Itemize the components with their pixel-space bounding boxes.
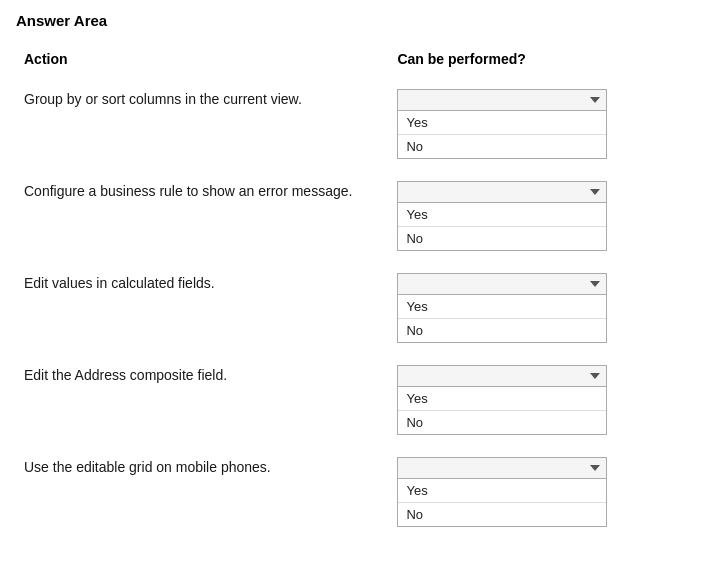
dropdown-trigger-3[interactable] — [397, 273, 607, 295]
dropdown-arrow-icon-4 — [590, 373, 600, 379]
dropdown-options-1: YesNo — [397, 111, 607, 159]
dropdown-trigger-2[interactable] — [397, 181, 607, 203]
dropdown-arrow-icon-2 — [590, 189, 600, 195]
action-cell-4: Edit the Address composite field. — [16, 353, 389, 445]
table-row: Group by or sort columns in the current … — [16, 77, 695, 169]
answer-cell-2: YesNo — [389, 169, 695, 261]
dropdown-options-3: YesNo — [397, 295, 607, 343]
dropdown-option-4-2[interactable]: No — [398, 411, 606, 434]
dropdown-option-2-2[interactable]: No — [398, 227, 606, 250]
dropdown-trigger-5[interactable] — [397, 457, 607, 479]
table-row: Use the editable grid on mobile phones.Y… — [16, 445, 695, 537]
table-row: Edit the Address composite field.YesNo — [16, 353, 695, 445]
dropdown-arrow-icon-3 — [590, 281, 600, 287]
dropdown-option-3-2[interactable]: No — [398, 319, 606, 342]
dropdown-option-1-1[interactable]: Yes — [398, 111, 606, 135]
dropdown-arrow-icon-5 — [590, 465, 600, 471]
dropdown-container-4: YesNo — [397, 365, 607, 435]
dropdown-option-5-2[interactable]: No — [398, 503, 606, 526]
dropdown-options-5: YesNo — [397, 479, 607, 527]
column-header-answer: Can be performed? — [389, 45, 695, 77]
dropdown-container-5: YesNo — [397, 457, 607, 527]
column-header-action: Action — [16, 45, 389, 77]
dropdown-arrow-icon-1 — [590, 97, 600, 103]
table-row: Edit values in calculated fields.YesNo — [16, 261, 695, 353]
answer-cell-1: YesNo — [389, 77, 695, 169]
dropdown-option-5-1[interactable]: Yes — [398, 479, 606, 503]
dropdown-option-3-1[interactable]: Yes — [398, 295, 606, 319]
dropdown-trigger-1[interactable] — [397, 89, 607, 111]
dropdown-container-1: YesNo — [397, 89, 607, 159]
answer-cell-3: YesNo — [389, 261, 695, 353]
dropdown-option-4-1[interactable]: Yes — [398, 387, 606, 411]
dropdown-options-4: YesNo — [397, 387, 607, 435]
dropdown-container-3: YesNo — [397, 273, 607, 343]
action-cell-3: Edit values in calculated fields. — [16, 261, 389, 353]
dropdown-options-2: YesNo — [397, 203, 607, 251]
dropdown-container-2: YesNo — [397, 181, 607, 251]
action-cell-1: Group by or sort columns in the current … — [16, 77, 389, 169]
table-row: Configure a business rule to show an err… — [16, 169, 695, 261]
qa-table: Action Can be performed? Group by or sor… — [16, 45, 695, 537]
answer-area-title: Answer Area — [16, 12, 695, 29]
action-cell-5: Use the editable grid on mobile phones. — [16, 445, 389, 537]
dropdown-trigger-4[interactable] — [397, 365, 607, 387]
answer-area-section: Answer Area Action Can be performed? Gro… — [16, 12, 695, 537]
answer-cell-5: YesNo — [389, 445, 695, 537]
dropdown-option-2-1[interactable]: Yes — [398, 203, 606, 227]
dropdown-option-1-2[interactable]: No — [398, 135, 606, 158]
action-cell-2: Configure a business rule to show an err… — [16, 169, 389, 261]
answer-cell-4: YesNo — [389, 353, 695, 445]
